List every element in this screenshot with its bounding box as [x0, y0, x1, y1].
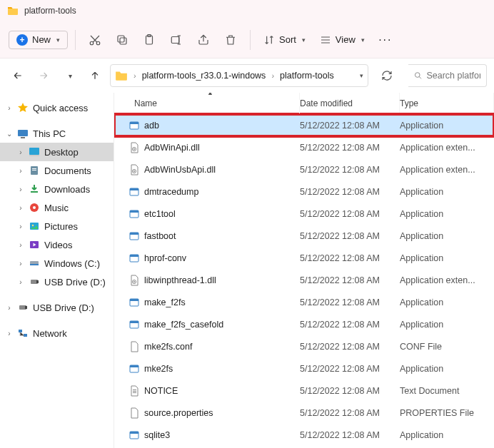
up-button[interactable] [84, 65, 106, 86]
forward-button[interactable] [33, 65, 54, 86]
column-header-name[interactable]: ▲ Name [114, 93, 300, 113]
file-row[interactable]: AdbWinApi.dll5/12/2022 12:08 AMApplicati… [114, 136, 494, 158]
file-icon [128, 208, 140, 220]
rename-button[interactable] [164, 28, 188, 52]
new-button[interactable]: + New ▾ [9, 31, 68, 49]
file-icon [128, 319, 140, 330]
file-type: Application [400, 320, 494, 330]
back-button[interactable] [7, 65, 29, 86]
svg-rect-15 [31, 191, 38, 193]
file-row[interactable]: adb5/12/2022 12:08 AMApplication [114, 114, 494, 136]
folder-icon [115, 69, 128, 82]
address-bar[interactable]: › platform-tools_r33.0.1-windows › platf… [110, 64, 368, 87]
svg-rect-27 [19, 330, 22, 332]
file-row[interactable]: sqlite35/12/2022 12:08 AMApplication [114, 424, 494, 446]
svg-rect-9 [21, 137, 25, 138]
refresh-button[interactable] [377, 66, 397, 86]
sidebar-item-music[interactable]: › Music [0, 198, 114, 217]
file-type: Application [400, 231, 494, 241]
file-row[interactable]: libwinpthread-1.dll5/12/2022 12:08 AMApp… [114, 269, 494, 291]
sidebar-item-videos[interactable]: › Videos [0, 235, 114, 254]
toolbar: + New ▾ Sort ▾ View ▾ ··· [0, 21, 494, 58]
plus-icon: + [16, 34, 28, 46]
breadcrumb-seg-1[interactable]: platform-tools_r33.0.1-windows [142, 71, 266, 81]
file-row[interactable]: source.properties5/12/2022 12:08 AMPROPE… [114, 402, 494, 424]
file-name: sqlite3 [144, 430, 170, 440]
new-button-label: New [32, 34, 51, 45]
search-box[interactable] [408, 64, 487, 87]
sidebar-item-network[interactable]: › Network [0, 324, 114, 342]
breadcrumb-sep: › [270, 71, 276, 80]
svg-rect-30 [130, 122, 138, 124]
chevron-right-icon: › [17, 148, 24, 156]
file-name: source.properties [144, 408, 213, 418]
recent-button[interactable]: ▾ [59, 65, 80, 86]
paste-button[interactable] [137, 28, 161, 52]
sidebar-item-quick-access[interactable]: › Quick access [0, 98, 114, 117]
svg-rect-36 [130, 188, 138, 190]
network-icon [17, 327, 29, 339]
svg-rect-3 [118, 36, 124, 42]
svg-rect-24 [36, 280, 39, 283]
more-button[interactable]: ··· [373, 28, 398, 52]
file-name: AdbWinUsbApi.dll [144, 165, 216, 175]
delete-button[interactable] [218, 28, 243, 52]
share-button[interactable] [191, 28, 216, 52]
address-dropdown[interactable]: ▾ [360, 72, 363, 79]
breadcrumb-seg-2[interactable]: platform-tools [280, 71, 334, 81]
svg-rect-11 [29, 155, 39, 156]
sidebar-item-downloads[interactable]: › Downloads [0, 180, 114, 198]
file-row[interactable]: mke2fs5/12/2022 12:08 AMApplication [114, 357, 494, 380]
chevron-down-icon: ⌄ [6, 130, 13, 138]
cut-button[interactable] [83, 28, 107, 52]
file-row[interactable]: NOTICE5/12/2022 12:08 AMText Document [114, 380, 494, 402]
file-type: CONF File [400, 342, 494, 352]
file-date: 5/12/2022 12:08 AM [300, 408, 400, 418]
svg-rect-40 [130, 233, 138, 235]
nav-row: ▾ › platform-tools_r33.0.1-windows › pla… [0, 58, 494, 93]
sidebar-item-windows-c[interactable]: › Windows (C:) [0, 254, 114, 273]
view-button[interactable]: View ▾ [314, 31, 370, 49]
svg-rect-48 [130, 321, 138, 323]
search-input[interactable] [426, 71, 480, 81]
file-row[interactable]: etc1tool5/12/2022 12:08 AMApplication [114, 203, 494, 225]
chevron-down-icon: ▾ [56, 36, 60, 44]
column-header-date[interactable]: Date modified [300, 93, 400, 113]
svg-rect-14 [32, 170, 36, 170]
file-row[interactable]: make_f2fs_casefold5/12/2022 12:08 AMAppl… [114, 313, 494, 335]
copy-button[interactable] [110, 28, 134, 52]
chevron-down-icon: ▾ [361, 36, 365, 44]
sort-button[interactable]: Sort ▾ [258, 31, 311, 49]
sidebar-item-documents[interactable]: › Documents [0, 161, 114, 180]
file-row[interactable]: dmtracedump5/12/2022 12:08 AMApplication [114, 180, 494, 203]
sidebar-item-this-pc[interactable]: ⌄ This PC [0, 124, 114, 143]
file-row[interactable]: AdbWinUsbApi.dll5/12/2022 12:08 AMApplic… [114, 158, 494, 180]
sidebar-label: Downloads [44, 184, 90, 195]
sidebar-item-usb-d-2[interactable]: › USB Drive (D:) [0, 298, 114, 317]
file-row[interactable]: make_f2fs5/12/2022 12:08 AMApplication [114, 291, 494, 313]
svg-rect-42 [130, 255, 138, 257]
sidebar-item-pictures[interactable]: › Pictures [0, 217, 114, 235]
file-type: Application [400, 430, 494, 440]
separator [250, 30, 251, 50]
file-type: Application exten... [400, 275, 494, 285]
sidebar-item-usb-d[interactable]: › USB Drive (D:) [0, 273, 114, 291]
file-name: fastboot [144, 231, 176, 241]
file-type: Application [400, 121, 494, 131]
file-row[interactable]: fastboot5/12/2022 12:08 AMApplication [114, 225, 494, 247]
separator [75, 30, 76, 50]
sidebar-label: Network [33, 328, 67, 339]
svg-rect-22 [30, 264, 39, 265]
file-type: Application [400, 297, 494, 307]
file-pane: ▲ Name Date modified Type adb5/12/2022 1… [114, 93, 494, 448]
file-date: 5/12/2022 12:08 AM [300, 320, 400, 330]
file-date: 5/12/2022 12:08 AM [300, 165, 400, 175]
file-type: PROPERTIES File [400, 408, 494, 418]
sidebar-item-desktop[interactable]: › Desktop [0, 143, 114, 161]
file-row[interactable]: hprof-conv5/12/2022 12:08 AMApplication [114, 247, 494, 269]
file-name: mke2fs.conf [144, 342, 192, 352]
column-header-type[interactable]: Type [400, 93, 494, 113]
sidebar-label: Documents [44, 166, 91, 176]
file-row[interactable]: mke2fs.conf5/12/2022 12:08 AMCONF File [114, 335, 494, 357]
file-type: Application [400, 364, 494, 374]
